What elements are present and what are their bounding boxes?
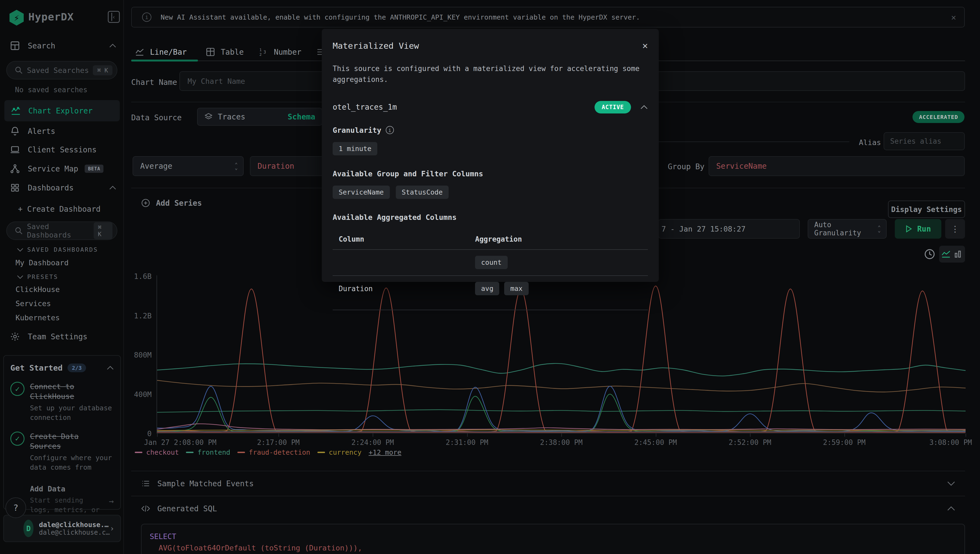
run-button[interactable]: Run xyxy=(895,219,941,239)
x-tick-label: 2:31:00 PM xyxy=(446,438,488,447)
sidebar-item-service-map[interactable]: Service Map BETA xyxy=(0,160,124,177)
kebab-menu-button[interactable]: ⋮ xyxy=(945,219,965,239)
bar-chart-toggle-icon[interactable] xyxy=(953,249,963,259)
sidebar-item-search[interactable]: Search xyxy=(0,37,124,54)
legend-more-link[interactable]: +12 more xyxy=(368,449,401,456)
bell-icon xyxy=(10,126,21,136)
aggregation-select[interactable]: Average ⌃⌄ xyxy=(132,156,244,176)
sql-line: SELECT xyxy=(150,531,956,542)
create-dashboard-button[interactable]: + Create Dashboard xyxy=(18,205,100,213)
add-series-button[interactable]: Add Series xyxy=(141,198,202,208)
table-icon xyxy=(206,47,215,57)
table-row: count xyxy=(333,249,648,275)
y-tick-label: 400M xyxy=(134,390,151,398)
group-by-input[interactable]: ServiceName xyxy=(709,156,965,176)
close-icon[interactable]: ✕ xyxy=(642,41,648,50)
granularity-chip: 1 minute xyxy=(333,142,377,155)
get-started-item-title: Add Data xyxy=(30,484,104,494)
time-history-icon[interactable] xyxy=(924,248,935,260)
accelerated-badge: ACCELERATED xyxy=(913,111,964,123)
sample-events-panel[interactable]: Sample Matched Events xyxy=(131,471,965,496)
gear-icon xyxy=(10,331,21,342)
chevron-down-icon xyxy=(947,481,955,486)
legend-swatch xyxy=(186,452,194,453)
tab-number[interactable]: 123 Number xyxy=(259,43,301,60)
table-header-aggregation: Aggregation xyxy=(475,235,642,243)
arrow-right-icon: → xyxy=(109,496,114,506)
sidebar-item-services[interactable]: Services xyxy=(16,299,51,308)
info-icon: i xyxy=(386,126,394,134)
display-settings-button[interactable]: Display Settings xyxy=(888,201,965,218)
svg-text:2: 2 xyxy=(260,52,261,57)
chevron-up-icon[interactable] xyxy=(109,43,116,48)
chevron-down-icon xyxy=(17,275,24,279)
sidebar-item-team-settings[interactable]: Team Settings xyxy=(0,328,124,345)
close-icon[interactable]: ✕ xyxy=(951,13,956,22)
section-presets[interactable]: PRESETS xyxy=(17,274,58,280)
section-saved-dashboards[interactable]: SAVED DASHBOARDS xyxy=(17,246,98,253)
legend-item[interactable]: frontend xyxy=(186,449,230,456)
legend-item[interactable]: checkout xyxy=(135,449,179,456)
date-range-input[interactable]: 7 - Jan 27 15:08:27 xyxy=(658,219,800,239)
sidebar-item-kubernetes[interactable]: Kubernetes xyxy=(16,314,60,322)
series-series-green-spike xyxy=(157,394,966,432)
line-chart-toggle-icon[interactable] xyxy=(941,249,951,259)
check-circle-icon: ✓ xyxy=(10,431,24,446)
saved-searches-input[interactable]: Saved Searches ⌘ K xyxy=(6,61,117,80)
sidebar-item-chart-explorer[interactable]: Chart Explorer xyxy=(4,100,120,121)
get-started-item[interactable]: Add Data Start sending logs, metrics, or… xyxy=(10,484,114,518)
x-tick-label: 2:59:00 PM xyxy=(823,438,866,447)
line-bar-chart-icon xyxy=(135,47,145,57)
sql-line: AVG(toFloat64OrDefault (toString (Durati… xyxy=(150,542,956,554)
series-checkout xyxy=(157,423,966,430)
series-currency xyxy=(157,430,966,430)
user-menu[interactable]: D dale@clickhouse.… dale@clickhouse.c… › xyxy=(3,515,121,542)
legend-item[interactable]: currency xyxy=(317,449,362,456)
chart-line-icon xyxy=(10,105,21,116)
kbd-shortcut: ⌘ K xyxy=(93,65,112,75)
tab-table[interactable]: Table xyxy=(206,43,244,60)
no-saved-searches-text: No saved searches xyxy=(15,86,88,94)
schema-link[interactable]: Schema xyxy=(288,112,315,121)
chevron-up-icon[interactable] xyxy=(107,366,114,370)
banner-text: New AI Assistant available, enable with … xyxy=(161,13,640,21)
alias-input[interactable]: Series alias xyxy=(884,132,965,150)
sidebar-item-my-dashboard[interactable]: My Dashboard xyxy=(16,258,69,267)
y-tick-label: 1.2B xyxy=(134,311,151,320)
y-tick-label: 0 xyxy=(147,429,151,438)
legend-item[interactable]: fraud-detection xyxy=(237,449,310,456)
get-started-item[interactable]: ✓ Create Data Sources Configure where yo… xyxy=(10,431,114,472)
app-title: HyperDX xyxy=(28,11,74,23)
materialized-view-modal: Materialized View ✕ This source is confi… xyxy=(322,29,659,282)
chevron-right-icon: › xyxy=(110,524,114,533)
hyperdx-logo-icon: ⚡ xyxy=(9,10,24,25)
sidebar-item-dashboards[interactable]: Dashboards xyxy=(0,179,124,196)
group-filter-columns-label: Available Group and Filter Columns xyxy=(333,170,648,178)
sidebar-item-clickhouse[interactable]: ClickHouse xyxy=(16,285,60,294)
chevron-up-icon[interactable] xyxy=(640,105,648,109)
sidebar-item-client-sessions[interactable]: Client Sessions xyxy=(0,141,124,158)
sidebar-item-label: Team Settings xyxy=(28,332,88,341)
tab-line-bar[interactable]: Line/Bar xyxy=(135,43,187,60)
play-icon xyxy=(905,225,912,232)
generated-sql-panel[interactable]: Generated SQL xyxy=(131,496,965,521)
saved-dashboards-input[interactable]: Saved Dashboards ⌘ K xyxy=(6,221,117,240)
plus-circle-icon xyxy=(141,198,151,208)
x-tick-label: 2:52:00 PM xyxy=(729,438,771,447)
data-source-select[interactable]: Traces Schema xyxy=(197,108,322,126)
chevron-up-icon[interactable] xyxy=(109,186,116,190)
granularity-select[interactable]: Auto Granularity ⌃⌄ xyxy=(808,219,887,239)
sidebar-item-label: Search xyxy=(28,41,55,50)
sidebar-item-label: Alerts xyxy=(28,127,55,136)
sidebar-item-alerts[interactable]: Alerts xyxy=(0,123,124,140)
chart-legend: checkoutfrontendfraud-detectioncurrency+… xyxy=(135,449,401,456)
get-started-item[interactable]: ✓ Connect to ClickHouse Set up your data… xyxy=(10,382,114,422)
granularity-value: Auto Granularity xyxy=(814,221,878,237)
sidebar-collapse-icon[interactable]: ‹ xyxy=(108,11,120,23)
code-icon xyxy=(141,504,150,513)
select-chevrons-icon: ⌃⌄ xyxy=(235,163,237,169)
saved-dashboards-placeholder: Saved Dashboards xyxy=(27,222,94,239)
series-series-blue xyxy=(157,386,966,432)
number-sort-icon: 123 xyxy=(259,47,268,57)
help-button[interactable]: ? xyxy=(5,497,26,518)
